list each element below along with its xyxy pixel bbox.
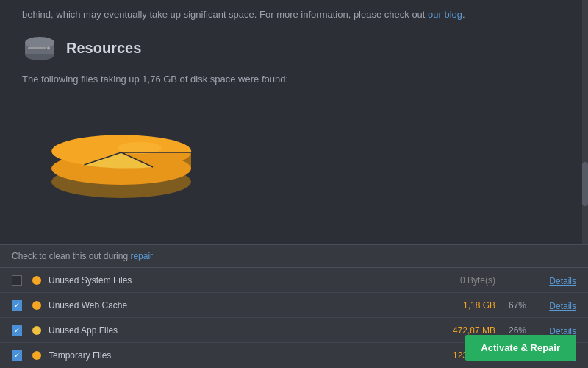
svg-rect-3 xyxy=(28,47,46,49)
resources-subtitle: The following files taking up 1,76 GB of… xyxy=(22,74,566,85)
checkbox-unused-app-files[interactable] xyxy=(12,325,22,336)
file-name-unused-system: Unused System Files xyxy=(44,275,429,286)
resources-header: Resources xyxy=(22,31,566,66)
resources-section: Resources The following files taking up … xyxy=(22,31,566,210)
pie-chart xyxy=(37,95,198,198)
svg-point-2 xyxy=(25,37,54,49)
file-row-unused-web-cache: Unused Web Cache1,18 GB67%Details xyxy=(0,293,588,318)
resources-title: Resources xyxy=(66,40,141,57)
checkbox-unused-system[interactable] xyxy=(12,275,22,286)
dot-unused-web-cache xyxy=(32,301,41,310)
activate-repair-button[interactable]: Activate & Repair xyxy=(465,335,576,361)
dot-temporary-files xyxy=(32,351,41,360)
file-percent-unused-app-files: 26% xyxy=(495,325,532,336)
main-content: behind, which may eventually take up sig… xyxy=(0,0,588,217)
details-link-unused-web-cache[interactable]: Details xyxy=(549,301,576,311)
blog-link[interactable]: our blog xyxy=(428,9,462,20)
details-link-unused-system[interactable]: Details xyxy=(549,276,576,286)
intro-before-link: behind, which may eventually take up sig… xyxy=(22,9,428,20)
svg-point-4 xyxy=(47,46,50,49)
panel-header: Check to clean this out during repair xyxy=(0,245,588,268)
disk-icon xyxy=(22,31,57,66)
checkbox-temporary-files[interactable] xyxy=(12,350,22,361)
file-name-temporary-files: Temporary Files xyxy=(44,350,429,361)
panel-header-text: Check to clean this out during xyxy=(12,251,130,261)
chart-container xyxy=(37,95,566,198)
dot-unused-app-files xyxy=(32,326,41,335)
file-row-unused-system: Unused System Files0 Byte(s)Details xyxy=(0,268,588,293)
intro-after-link: . xyxy=(462,9,465,20)
file-size-unused-system: 0 Byte(s) xyxy=(429,275,495,286)
dot-unused-system xyxy=(32,276,41,285)
file-percent-unused-web-cache: 67% xyxy=(495,300,532,311)
intro-text: behind, which may eventually take up sig… xyxy=(22,7,566,22)
file-name-unused-app-files: Unused App Files xyxy=(44,325,429,336)
file-size-unused-web-cache: 1,18 GB xyxy=(429,300,495,311)
file-size-unused-app-files: 472,87 MB xyxy=(429,325,495,336)
repair-link[interactable]: repair xyxy=(130,251,153,261)
checkbox-unused-web-cache[interactable] xyxy=(12,300,22,311)
file-name-unused-web-cache: Unused Web Cache xyxy=(44,300,429,311)
